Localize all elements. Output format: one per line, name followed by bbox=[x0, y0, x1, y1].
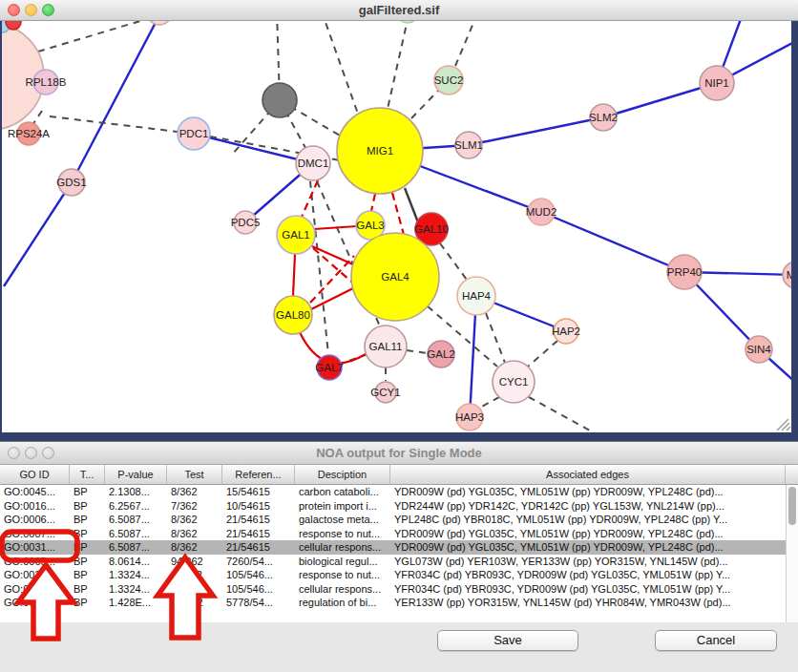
network-window-title: galFiltered.sif bbox=[0, 3, 798, 17]
graph-node-label: HAP2 bbox=[552, 326, 580, 337]
table-cell: GO:0031... bbox=[0, 569, 70, 580]
graph-node-label: MUD2 bbox=[526, 206, 557, 218]
table-cell: biological regul... bbox=[295, 556, 390, 567]
table-cell: response to nut... bbox=[295, 528, 390, 539]
table-cell: YDR244W (pp) YDR142C, YDR142C (pp) YGL15… bbox=[390, 500, 786, 512]
save-button[interactable]: Save bbox=[437, 630, 578, 651]
graph-edge-dash bbox=[50, 116, 194, 134]
graph-edge-dash bbox=[411, 91, 438, 118]
table-cell: GO:0016... bbox=[0, 500, 70, 512]
table-cell: protein import i... bbox=[295, 500, 390, 512]
network-window-titlebar[interactable]: galFiltered.sif bbox=[0, 0, 798, 21]
table-cell: YGL073W (pd) YER103W, YER133W (pp) YOR31… bbox=[390, 556, 786, 567]
graph-node-label: PDC5 bbox=[231, 217, 261, 228]
table-cell: BP bbox=[70, 556, 105, 567]
table-row[interactable]: GO:0065...BP8.0614...94/3627260/54...bio… bbox=[0, 555, 786, 569]
column-header-spacer bbox=[786, 465, 798, 484]
table-cell: 8.0614... bbox=[105, 556, 167, 567]
graph-node-label: SUC2 bbox=[434, 74, 464, 86]
table-cell: 21/54615 bbox=[222, 528, 295, 539]
table-cell: galactose meta... bbox=[295, 514, 390, 525]
table-row[interactable]: GO:0006...BP6.5087...8/36221/54615galact… bbox=[0, 513, 786, 527]
graph-edge-dash bbox=[440, 243, 467, 280]
column-header-associated-edges[interactable]: Associated edges bbox=[390, 465, 786, 484]
table-row[interactable]: GO:0050...BP1.428E...80/3625778/54...reg… bbox=[0, 596, 786, 610]
network-canvas-svg: RPL18BRPS24AGDS1PDC1PDC5DMC1MIG1SUC2SLM1… bbox=[2, 21, 791, 432]
table-cell: 6.5087... bbox=[105, 541, 167, 553]
graph-edge-dash bbox=[478, 397, 499, 409]
graph-node[interactable] bbox=[396, 21, 419, 23]
graph-node-label: GAL2 bbox=[427, 348, 454, 360]
table-cell: GO:0007... bbox=[0, 528, 70, 539]
table-cell: 5778/54... bbox=[222, 597, 295, 608]
table-row[interactable]: GO:0031...BP6.5087...8/36221/54615cellul… bbox=[0, 540, 786, 555]
column-header-desciption[interactable]: Desciption bbox=[295, 465, 390, 484]
graph-node-label: MIG1 bbox=[367, 145, 393, 157]
graph-edge-blue bbox=[194, 134, 313, 163]
graph-node-label: GAL10 bbox=[414, 223, 449, 235]
graph-edge-reddash bbox=[310, 256, 354, 303]
graph-node-label: SLM2 bbox=[589, 112, 618, 123]
graph-edge-dash bbox=[529, 397, 598, 432]
table-scrollbar[interactable] bbox=[786, 485, 798, 622]
table-cell: 80/362 bbox=[167, 597, 222, 608]
column-header-t-[interactable]: T... bbox=[70, 465, 105, 484]
table-scrollbar-thumb[interactable] bbox=[788, 487, 796, 525]
column-header-test[interactable]: Test bbox=[167, 465, 222, 484]
table-cell: cellular respons... bbox=[295, 583, 390, 595]
table-cell: 8/362 bbox=[167, 528, 222, 539]
table-cell: BP bbox=[70, 486, 105, 497]
cancel-button[interactable]: Cancel bbox=[655, 630, 777, 651]
noa-window-titlebar[interactable]: NOA output for Single Mode bbox=[0, 442, 798, 465]
table-cell: regulation of bi... bbox=[295, 597, 390, 608]
graph-node-label: GAL3 bbox=[356, 220, 384, 231]
graph-node-label: GAL80 bbox=[276, 309, 310, 321]
table-cell: 7/362 bbox=[167, 500, 222, 512]
column-header-referen-[interactable]: Referen... bbox=[222, 465, 295, 484]
table-row[interactable]: GO:0031...BP1.3324...11/362105/546...cel… bbox=[0, 582, 786, 597]
graph-edge-blue bbox=[541, 212, 684, 272]
graph-node[interactable] bbox=[262, 83, 297, 117]
graph-node-label: GAL4 bbox=[381, 271, 410, 283]
table-cell: cellular respons... bbox=[295, 541, 390, 553]
table-row[interactable]: GO:0016...BP6.2567...7/36210/54615protei… bbox=[0, 499, 786, 514]
column-header-p-value[interactable]: P-value bbox=[105, 465, 167, 484]
graph-node-label: PDC1 bbox=[179, 128, 209, 139]
table-cell: 1.3324... bbox=[105, 583, 167, 595]
graph-node-label: MSI bbox=[787, 269, 791, 281]
graph-node[interactable] bbox=[6, 21, 21, 30]
graph-node[interactable] bbox=[147, 21, 172, 25]
table-cell: 21/54615 bbox=[222, 514, 295, 525]
table-body: GO:0045...BP2.1308...8/36215/54615carbon… bbox=[0, 485, 786, 622]
table-cell: GO:0031... bbox=[0, 541, 70, 553]
table-cell: 6.5087... bbox=[105, 528, 167, 539]
table-cell: 8/362 bbox=[167, 514, 222, 525]
table-cell: 10/54615 bbox=[222, 500, 295, 512]
graph-node-label: GAL11 bbox=[369, 341, 403, 352]
table-row[interactable]: GO:0007...BP6.5087...8/36221/54615respon… bbox=[0, 527, 786, 541]
table-cell: YFR034C (pd) YBR093C, YDR009W (pd) YGL03… bbox=[390, 569, 786, 580]
table-cell: GO:0031... bbox=[0, 583, 70, 595]
network-canvas[interactable]: RPL18BRPS24AGDS1PDC1PDC5DMC1MIG1SUC2SLM1… bbox=[2, 21, 791, 432]
table-cell: YPL248C (pd) YBR018C, YML051W (pp) YDR00… bbox=[390, 514, 786, 525]
table-cell: BP bbox=[70, 569, 105, 580]
table-cell: 1.428E... bbox=[105, 597, 167, 608]
table-cell: 6.5087... bbox=[105, 514, 167, 525]
table-cell: GO:0065... bbox=[0, 556, 70, 567]
graph-node-label: RPS24A bbox=[8, 128, 50, 139]
table-row[interactable]: GO:0045...BP2.1308...8/36215/54615carbon… bbox=[0, 485, 786, 499]
table-cell: 8/362 bbox=[167, 486, 222, 497]
resize-grip-icon[interactable] bbox=[787, 427, 790, 430]
graph-node-label: NIP1 bbox=[704, 77, 729, 89]
table-row[interactable]: GO:0031...BP1.3324...11/362105/546...res… bbox=[0, 568, 786, 582]
table-cell: YER133W (pp) YOR315W, YNL145W (pd) YHR08… bbox=[390, 597, 786, 608]
column-header-go-id[interactable]: GO ID bbox=[0, 465, 70, 484]
table-cell: 6.2567... bbox=[105, 500, 167, 512]
graph-node-label: PRP40 bbox=[667, 266, 702, 278]
table-cell: BP bbox=[70, 528, 105, 539]
table-cell: BP bbox=[70, 500, 105, 512]
graph-node-label: SLM1 bbox=[454, 139, 483, 151]
graph-node-label: CYC1 bbox=[499, 376, 529, 388]
table-cell: 105/546... bbox=[222, 569, 295, 580]
graph-edge-dash bbox=[528, 341, 557, 367]
